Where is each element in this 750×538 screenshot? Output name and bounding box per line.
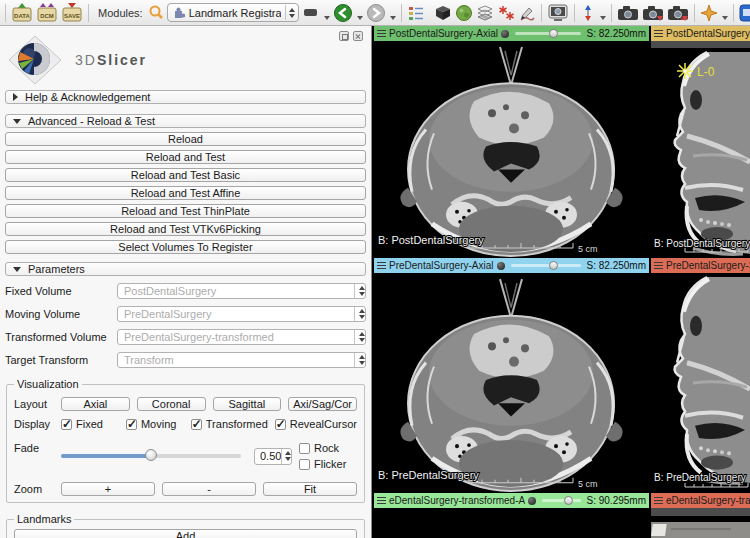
back-button[interactable] xyxy=(333,1,353,25)
fixed-volume-value: PostDentalSurgery xyxy=(124,285,216,297)
view-transformed-sagittal-header[interactable]: eDentalSurgery-transformed-Sag xyxy=(651,493,750,508)
extension-manager-icon[interactable] xyxy=(739,1,750,25)
slice-offset-slider[interactable] xyxy=(542,499,580,502)
crosshair-icon[interactable] xyxy=(580,1,596,25)
slice-offset-slider[interactable] xyxy=(515,32,581,35)
combo-stepper-icon[interactable] xyxy=(354,284,365,298)
display-transformed-checkbox[interactable]: Transformed xyxy=(191,418,268,430)
module-history-icon[interactable] xyxy=(302,1,320,25)
save-button[interactable]: SAVE xyxy=(61,1,83,25)
moving-volume-label: Moving Volume xyxy=(5,308,117,320)
slider-handle[interactable] xyxy=(549,29,558,38)
view-transformed-axial-header[interactable]: eDentalSurgery-transformed-A S: 90.295mm xyxy=(374,493,649,508)
fixed-volume-selector[interactable]: PostDentalSurgery xyxy=(117,283,366,299)
zoom-in-button[interactable]: + xyxy=(61,482,155,496)
fade-slider[interactable] xyxy=(61,454,241,458)
view-pre-sagittal-header[interactable]: PreDentalSurgery-Sagittal xyxy=(651,258,750,273)
scene-view-edit-icon[interactable] xyxy=(667,1,689,25)
view-post-sagittal[interactable]: PostDentalSurgery-Sagittal L-0 xyxy=(651,26,750,258)
slice-offset-slider[interactable] xyxy=(511,264,581,267)
display-moving-checkbox[interactable]: Moving xyxy=(126,418,184,430)
view-post-axial-header[interactable]: PostDentalSurgery-Axial S: 82.250mm xyxy=(374,26,649,41)
slider-handle[interactable] xyxy=(564,496,573,505)
target-transform-selector[interactable]: Transform xyxy=(117,352,366,368)
module-search-icon[interactable] xyxy=(148,4,164,22)
slice-viewport[interactable]: 5 cm B: PostDentalSurgery xyxy=(374,41,649,258)
volume-sphere-icon[interactable] xyxy=(455,1,473,25)
display-revealcursor-checkbox[interactable]: RevealCursor xyxy=(275,418,357,430)
zoom-fit-button[interactable]: Fit xyxy=(263,482,357,496)
module-selector-stepper[interactable] xyxy=(285,5,296,20)
slice-viewport[interactable] xyxy=(374,508,649,538)
extensions-star-icon[interactable] xyxy=(700,1,718,25)
reload-button[interactable]: Reload xyxy=(5,132,366,146)
layout-selector-icon[interactable] xyxy=(407,1,425,25)
scene-cube-icon[interactable] xyxy=(434,1,452,25)
add-landmark-button[interactable]: Add xyxy=(14,529,357,538)
rock-checkbox[interactable]: Rock xyxy=(299,442,357,454)
slice-layers-icon[interactable] xyxy=(476,1,494,25)
back-caret-icon[interactable] xyxy=(357,16,363,20)
reload-and-test-thinplate-button[interactable]: Reload and Test ThinPlate xyxy=(5,204,366,218)
view-post-axial[interactable]: PostDentalSurgery-Axial S: 82.250mm xyxy=(374,26,649,258)
transformed-volume-selector[interactable]: PreDentalSurgery-transformed xyxy=(117,329,366,345)
pin-icon[interactable] xyxy=(377,497,386,504)
scene-camera-icon[interactable] xyxy=(617,1,639,25)
layout-axisagcor-button[interactable]: Axi/Sag/Cor xyxy=(288,397,357,411)
visibility-icon[interactable] xyxy=(501,30,509,38)
slice-viewport[interactable] xyxy=(651,522,750,538)
pin-icon[interactable] xyxy=(377,30,386,37)
reload-and-test-affine-button[interactable]: Reload and Test Affine xyxy=(5,186,366,200)
pin-icon[interactable] xyxy=(654,30,663,37)
history-caret-icon[interactable] xyxy=(324,16,330,20)
combo-stepper-icon[interactable] xyxy=(354,353,365,367)
forward-button[interactable] xyxy=(366,1,386,25)
load-dicom-button[interactable]: DCM xyxy=(36,1,58,25)
layout-sagittal-button[interactable]: Sagittal xyxy=(213,397,282,411)
forward-caret-icon[interactable] xyxy=(390,16,396,20)
visibility-icon[interactable] xyxy=(528,497,536,505)
select-volumes-to-register-button[interactable]: Select Volumes To Register xyxy=(5,240,366,254)
fade-spinbox[interactable]: 0.50 xyxy=(254,448,292,465)
close-panel-icon[interactable] xyxy=(353,31,363,41)
layout-coronal-button[interactable]: Coronal xyxy=(137,397,206,411)
extensions-caret-icon[interactable] xyxy=(722,16,728,20)
slice-viewport[interactable]: L-0 B: PostDentalSurgery xyxy=(651,41,750,258)
screenshot-icon[interactable] xyxy=(547,1,569,25)
zoom-out-button[interactable]: - xyxy=(162,482,256,496)
moving-volume-selector[interactable]: PreDentalSurgery xyxy=(117,306,366,322)
combo-stepper-icon[interactable] xyxy=(354,330,365,344)
display-fixed-checkbox[interactable]: Fixed xyxy=(61,418,119,430)
view-post-sagittal-header[interactable]: PostDentalSurgery-Sagittal xyxy=(651,26,750,41)
slider-handle[interactable] xyxy=(549,261,558,270)
reload-and-test-button[interactable]: Reload and Test xyxy=(5,150,366,164)
slice-viewport[interactable]: 5 cm B: PreDentalSurgery xyxy=(374,273,649,493)
reload-and-test-basic-button[interactable]: Reload and Test Basic xyxy=(5,168,366,182)
view-pre-axial-header[interactable]: PreDentalSurgery-Axial S: 82.250mm xyxy=(374,258,649,273)
reload-and-test-vtkv6picking-button[interactable]: Reload and Test VTKv6Picking xyxy=(5,222,366,236)
load-data-button[interactable]: DATA xyxy=(11,1,33,25)
undock-panel-icon[interactable] xyxy=(339,31,349,41)
fade-slider-handle[interactable] xyxy=(145,449,157,461)
view-transformed-axial[interactable]: eDentalSurgery-transformed-A S: 90.295mm xyxy=(374,493,649,538)
annotate-pencil-icon[interactable] xyxy=(518,1,536,25)
view-pre-axial[interactable]: PreDentalSurgery-Axial S: 82.250mm xyxy=(374,258,649,493)
layout-axial-button[interactable]: Axial xyxy=(61,397,130,411)
section-parameters[interactable]: Parameters xyxy=(5,262,366,276)
combo-stepper-icon[interactable] xyxy=(354,307,365,321)
pin-icon[interactable] xyxy=(654,262,663,269)
view-pre-sagittal[interactable]: PreDentalSurgery-Sagittal B: PreDentalSu… xyxy=(651,258,750,493)
section-advanced-reload-test[interactable]: Advanced - Reload & Test xyxy=(5,114,366,128)
view-transformed-sagittal[interactable]: eDentalSurgery-transformed-Sag xyxy=(651,493,750,538)
flicker-checkbox[interactable]: Flicker xyxy=(299,458,357,470)
slice-viewport[interactable]: B: PreDentalSurgery xyxy=(651,273,750,493)
scene-view-restore-icon[interactable] xyxy=(642,1,664,25)
crosshair-caret-icon[interactable] xyxy=(600,16,606,20)
visibility-icon[interactable] xyxy=(497,262,505,270)
pin-icon[interactable] xyxy=(654,497,663,504)
section-help-acknowledgement[interactable]: Help & Acknowledgement xyxy=(5,90,366,104)
pin-icon[interactable] xyxy=(377,262,386,269)
spinbox-stepper-icon[interactable] xyxy=(281,449,291,464)
fiducial-markers-icon[interactable] xyxy=(497,1,515,25)
module-selector[interactable]: Landmark Registration xyxy=(167,3,299,22)
